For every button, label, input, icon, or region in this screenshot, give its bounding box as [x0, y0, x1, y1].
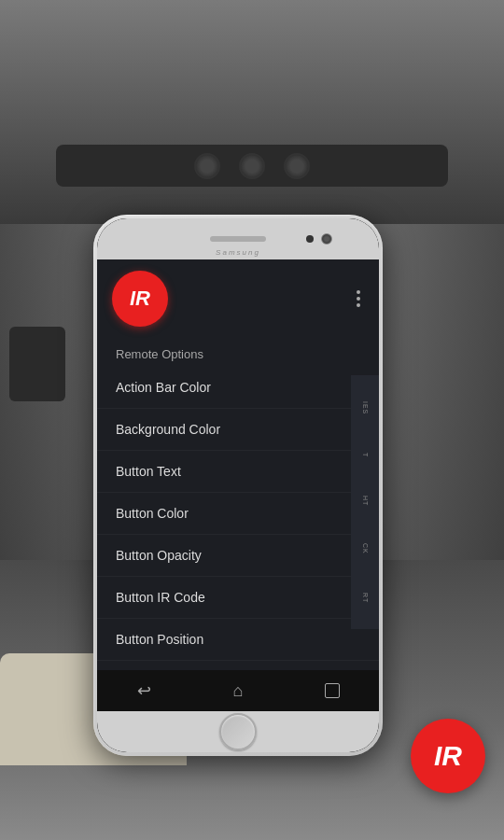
menu-item-label-button-position: Button Position: [116, 632, 203, 647]
phone-inner-shell: Samsung IR IES: [97, 218, 379, 752]
menu-item-button-opacity[interactable]: Button Opacity: [97, 535, 379, 577]
home-button-nav[interactable]: ⌂: [223, 676, 253, 706]
menu-list: IES T HT CK RT Remote Options Action Bar…: [97, 334, 379, 670]
recents-icon: [325, 683, 340, 698]
physical-home-button[interactable]: [219, 713, 257, 750]
phone-outer-shell: Samsung IR IES: [93, 215, 383, 756]
menu-item-label-background-color: Background Color: [116, 422, 220, 437]
phone-brand-text: Samsung: [216, 248, 260, 257]
side-label-1: IES: [362, 401, 369, 414]
front-camera: [321, 233, 332, 245]
dot-1: [357, 290, 360, 294]
proximity-sensor: [306, 235, 314, 243]
speaker-circle-1: [194, 153, 220, 179]
dot-2: [357, 297, 360, 301]
recents-button[interactable]: [317, 676, 347, 706]
back-icon: ↩: [137, 680, 151, 701]
more-options-button[interactable]: [353, 287, 364, 311]
side-label-2: T: [362, 453, 369, 457]
menu-item-label-button-ir-code: Button IR Code: [116, 590, 205, 605]
menu-item-button-color[interactable]: Button Color: [97, 493, 379, 535]
menu-item-button-text[interactable]: Button Text: [97, 451, 379, 493]
menu-item-label-action-bar-color: Action Bar Color: [116, 380, 211, 395]
side-label-4: CK: [362, 543, 369, 554]
dot-3: [357, 303, 360, 307]
menu-item-label-button-text: Button Text: [116, 464, 181, 479]
menu-item-action-bar-color[interactable]: Action Bar Color: [97, 367, 379, 409]
phone-bottom-bar: [97, 711, 379, 752]
app-header: IR: [97, 259, 379, 334]
phone-top-bar: Samsung: [97, 218, 379, 259]
menu-item-label-button-color: Button Color: [116, 506, 189, 521]
phone-screen: IR IES T HT CK RT: [97, 259, 379, 711]
back-button[interactable]: ↩: [129, 676, 159, 706]
speaker-circle-2: [239, 153, 265, 179]
speaker-grille: [210, 236, 266, 242]
home-icon: ⌂: [233, 681, 244, 701]
phone-device: Samsung IR IES: [93, 215, 383, 756]
side-label-5: RT: [362, 593, 369, 603]
phone-navigation-bar: ↩ ⌂: [97, 670, 379, 711]
menu-section-title: Remote Options: [97, 338, 379, 367]
side-panel: IES T HT CK RT: [351, 375, 379, 629]
menu-item-background-color[interactable]: Background Color: [97, 409, 379, 451]
side-label-3: HT: [362, 496, 369, 506]
watermark-logo: IR: [411, 719, 485, 793]
speaker-circle-3: [284, 153, 310, 179]
menu-item-button-position[interactable]: Button Position: [97, 619, 379, 661]
menu-item-label-button-opacity: Button Opacity: [116, 548, 202, 563]
left-speaker: [9, 327, 65, 401]
app-logo: IR: [112, 271, 168, 327]
menu-item-button-ir-code[interactable]: Button IR Code: [97, 577, 379, 619]
speaker-bar: [56, 145, 448, 187]
